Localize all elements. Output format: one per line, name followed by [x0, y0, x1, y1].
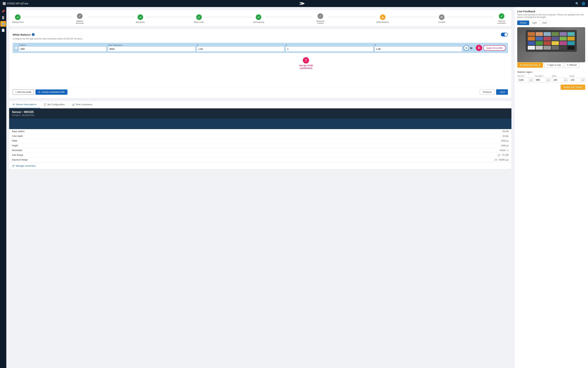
- profile-b-input[interactable]: [375, 46, 462, 52]
- width-wrapper: px: [552, 78, 568, 83]
- svg-line-8: [320, 15, 321, 17]
- profile-g-field: G: [286, 44, 373, 52]
- step-white-balance[interactable]: White Balance: [376, 14, 389, 23]
- color-swatch-9: [552, 37, 559, 40]
- step-label-white-balance: White Balance: [376, 21, 389, 23]
- grid-button[interactable]: ⊞: [463, 45, 469, 51]
- update-stat-button[interactable]: Update Stat. Region: [561, 84, 585, 90]
- color-swatch-19: [536, 46, 543, 50]
- bottom-tabs: ⚙Sensor information's📋My Configuration📊P…: [9, 101, 511, 108]
- my-config-label: My Configuration: [48, 103, 65, 106]
- download-dump-button[interactable]: ⬇ Download Dump ▼: [517, 63, 543, 68]
- top-right-y-input[interactable]: [535, 78, 546, 82]
- app-icon: [3, 2, 6, 5]
- profile-g-label: G: [286, 44, 373, 46]
- bottom-tab-my-config[interactable]: 📋My Configuration: [40, 101, 68, 108]
- app-body: 📌 🎚️ ⚙️ 📄 Starting PointStatistic Remova…: [0, 7, 588, 368]
- profile-g-input[interactable]: [286, 46, 373, 52]
- svg-rect-1: [3, 3, 4, 3]
- bottom-card: ⚙Sensor information's📋My Configuration📊P…: [9, 101, 511, 169]
- view-tab-dark[interactable]: Dark: [540, 20, 549, 25]
- step-bad-pixels[interactable]: Bad pixels: [136, 14, 145, 23]
- profile-temp-input[interactable]: [108, 46, 195, 52]
- view-tabs: DefaultLightDark: [517, 20, 585, 25]
- profile-id-label: Profile id: [19, 44, 106, 46]
- live-feedback-title: Live Feedback: [517, 10, 585, 13]
- top-left-x-input[interactable]: [517, 78, 529, 82]
- wb-spacer: [13, 71, 508, 85]
- open-in-new-button[interactable]: ↗ Open in new: [544, 62, 563, 68]
- height-input[interactable]: [569, 78, 581, 82]
- profile-r-input[interactable]: [197, 46, 284, 52]
- sidebar-item-doc[interactable]: 📄: [0, 27, 6, 33]
- stat-region-title: Statistic region :: [517, 71, 585, 73]
- view-tab-light[interactable]: Light: [530, 20, 539, 25]
- color-swatch-13: [536, 41, 543, 45]
- step-starting-point[interactable]: Starting Point: [12, 14, 24, 23]
- step-demosaicing[interactable]: Demosaicing: [253, 14, 264, 23]
- add-profile-button[interactable]: + Add new profile: [13, 90, 34, 95]
- next-button[interactable]: › Next: [496, 89, 508, 95]
- top-right-y-label: Top Right Y: [535, 75, 550, 77]
- sensor-info-icon: ⚙: [13, 103, 15, 106]
- sidebar-item-settings[interactable]: ⚙️: [0, 21, 6, 27]
- step-wizard: Starting PointStatistic RemovalBad pixel…: [9, 10, 511, 26]
- steps-row: Starting PointStatistic RemovalBad pixel…: [12, 13, 509, 24]
- bottom-tab-pixel-luminance[interactable]: 📊Pixel Luminance: [68, 101, 96, 108]
- top-left-x-label: Top left X: [517, 75, 533, 77]
- preview-actions: ⬇ Download Dump ▼ ↗ Open in new ↻ Refres…: [517, 62, 585, 68]
- color-swatch-20: [544, 46, 551, 50]
- search-icon[interactable]: 🔍: [575, 2, 579, 5]
- color-swatch-0: [528, 32, 535, 36]
- color-swatch-22: [559, 46, 567, 50]
- wb-toggle[interactable]: [501, 33, 508, 37]
- step-exposure-control[interactable]: Exposure Control: [313, 13, 327, 24]
- width-input[interactable]: [552, 78, 563, 82]
- awb-icon: ⚙: [38, 91, 40, 93]
- top-right-y-wrapper: px: [535, 78, 550, 83]
- step-circle-starting-point: [15, 14, 20, 20]
- step-label-gamma-correction: Gamma correction: [495, 20, 509, 24]
- step-connector-0: [24, 17, 72, 17]
- profile-temp-label: Color Temperature: [108, 44, 195, 46]
- annotation-8: 8 Apply the profile: [476, 45, 506, 51]
- stat-region-fields: Top left X px Top Right Y px: [517, 75, 585, 83]
- step-connector-7: [446, 17, 494, 17]
- color-swatch-11: [568, 37, 575, 40]
- activate-awb-button[interactable]: ⚙ Activate embedded AWB: [36, 90, 67, 95]
- bottom-tab-sensor-info[interactable]: ⚙Sensor information's: [9, 101, 40, 108]
- previous-button[interactable]: Previous: [480, 89, 495, 95]
- sidebar-item-tune[interactable]: 🎚️: [0, 15, 6, 20]
- topbar: STM32 ISP IQTune ST 🔍 🌐: [0, 0, 588, 7]
- app-title: STM32 ISP IQTune: [7, 2, 28, 5]
- table-row: Bayer patternRGGB: [9, 129, 511, 134]
- manage-connection[interactable]: 🔗 Manage connection: [9, 162, 511, 169]
- step-black-level[interactable]: Black Level: [194, 14, 204, 23]
- step-circle-demosaicing: [256, 14, 261, 20]
- profile-checkbox[interactable]: [15, 46, 18, 49]
- profile-id-input[interactable]: [19, 46, 106, 52]
- globe-icon[interactable]: 🌐: [582, 2, 585, 5]
- annotation-7-area: 7 Set the CCMcoefficients: [104, 57, 508, 69]
- wb-title: White Balance i: [13, 33, 35, 36]
- svg-line-7: [79, 15, 80, 17]
- color-swatch-4: [559, 32, 567, 36]
- top-right-y-unit: px: [546, 78, 550, 82]
- step-contrast[interactable]: Contrast: [438, 14, 445, 23]
- step-label-bad-pixels: Bad pixels: [136, 21, 145, 23]
- sidebar-item-pin[interactable]: 📌: [0, 9, 6, 14]
- view-tab-default[interactable]: Default: [517, 20, 529, 25]
- sensor-field-value: [ 0 - 33266 ] µs: [270, 157, 511, 162]
- refresh-button[interactable]: ↻ Refresh: [565, 62, 579, 68]
- color-swatch-8: [544, 37, 551, 40]
- step-statistic-removal[interactable]: Statistic Removal: [73, 13, 87, 24]
- apply-profile-button[interactable]: Apply the profile: [483, 45, 506, 51]
- step-gamma-correction[interactable]: Gamma correction: [495, 13, 509, 24]
- toggle-thumb: [504, 33, 508, 36]
- table-row: Height1944 px: [9, 143, 511, 148]
- sensor-field-label: Color depth: [9, 134, 270, 138]
- table-row: Width2592 px: [9, 138, 511, 143]
- annotation-8-bubble: 8: [476, 45, 482, 51]
- wb-info-icon[interactable]: i: [32, 33, 35, 36]
- sensor-field-value: Factor : 1: [270, 148, 511, 153]
